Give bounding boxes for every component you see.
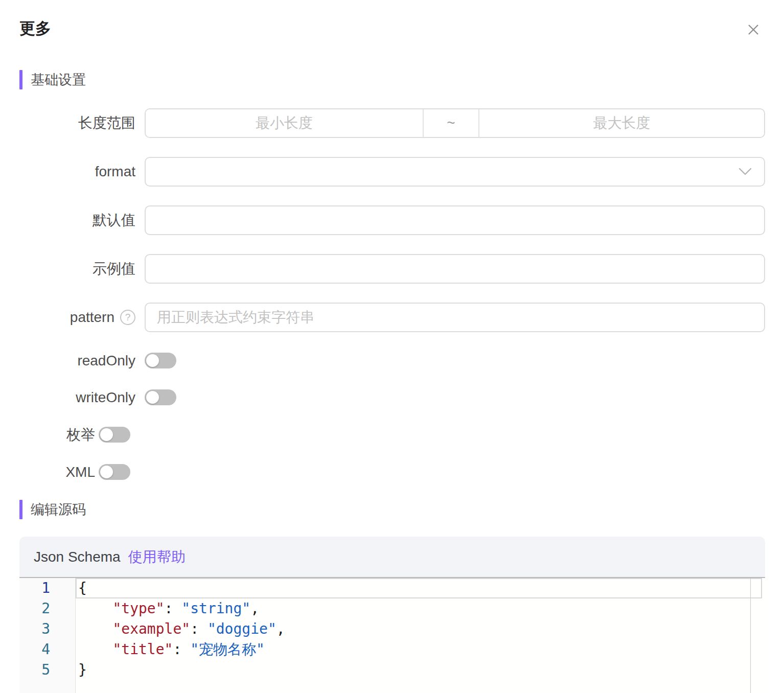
code-line-2: 2 "type": "string", <box>19 598 765 619</box>
code-token: : <box>165 600 182 617</box>
pattern-row: pattern ? <box>0 303 784 332</box>
length-range-label: 长度范围 <box>0 108 145 138</box>
code-token: "string" <box>181 600 250 617</box>
line-number: 4 <box>19 639 76 660</box>
readonly-toggle[interactable] <box>145 353 176 368</box>
more-settings-drawer: 更多 基础设置 长度范围 ~ format 默认值 <box>0 0 784 693</box>
editor-header: Json Schema 使用帮助 <box>19 537 765 577</box>
line-number: 3 <box>19 619 76 639</box>
format-label: format <box>0 157 145 187</box>
pattern-label-text: pattern <box>70 303 114 332</box>
example-value-input[interactable] <box>145 254 765 284</box>
line-number: 5 <box>19 660 76 680</box>
xml-row: XML <box>0 464 784 480</box>
xml-label: XML <box>0 464 99 480</box>
code-line-content: { <box>76 578 762 598</box>
code-token <box>78 641 112 658</box>
pattern-label: pattern ? <box>0 303 145 332</box>
default-value-row: 默认值 <box>0 205 784 235</box>
default-value-label: 默认值 <box>0 205 145 235</box>
section-accent-bar <box>19 500 22 519</box>
format-select[interactable] <box>145 157 765 187</box>
writeonly-row: writeOnly <box>0 389 784 405</box>
scrollbar-track[interactable] <box>750 578 751 693</box>
code-line-4: 4 "title": "宠物名称" <box>19 639 765 660</box>
code-token: : <box>190 620 207 637</box>
enum-row: 枚举 <box>0 427 784 443</box>
range-separator: ~ <box>423 109 479 137</box>
code-token: , <box>250 600 259 617</box>
section-basic-settings: 基础设置 <box>19 70 765 90</box>
code-line-content: } <box>76 660 765 680</box>
max-length-input[interactable] <box>479 109 764 137</box>
readonly-row: readOnly <box>0 353 784 368</box>
code-token: : <box>173 641 190 658</box>
code-line-content: "title": "宠物名称" <box>76 639 765 660</box>
gutter-background <box>19 680 76 693</box>
code-token: "type" <box>112 600 164 617</box>
line-number: 1 <box>19 578 76 598</box>
code-line-5: 5 } <box>19 660 765 680</box>
format-row: format <box>0 157 784 187</box>
example-value-label: 示例值 <box>0 254 145 284</box>
usage-help-link[interactable]: 使用帮助 <box>128 547 186 567</box>
code-token: , <box>276 620 285 637</box>
readonly-label: readOnly <box>0 353 145 368</box>
section-title: 基础设置 <box>31 71 86 89</box>
code-token: } <box>78 661 87 678</box>
code-token: "doggie" <box>207 620 276 637</box>
code-token: { <box>78 580 87 596</box>
enum-toggle[interactable] <box>99 427 130 443</box>
code-token <box>78 620 112 637</box>
drawer-header: 更多 <box>0 0 784 40</box>
xml-toggle[interactable] <box>99 464 130 480</box>
section-title: 编辑源码 <box>31 500 86 519</box>
code-line-content: "example": "doggie", <box>76 619 765 639</box>
help-circle-icon[interactable]: ? <box>120 310 135 325</box>
toggle-knob <box>146 391 159 404</box>
code-line-1: 1 { <box>19 578 765 598</box>
close-icon <box>746 22 761 37</box>
pattern-input[interactable] <box>145 303 765 332</box>
default-value-input[interactable] <box>145 205 765 235</box>
json-schema-panel: Json Schema 使用帮助 1 { 2 "type": "string",… <box>19 537 765 693</box>
example-value-row: 示例值 <box>0 254 784 284</box>
chevron-down-icon <box>739 168 752 176</box>
toggle-knob <box>100 466 113 478</box>
code-line-3: 3 "example": "doggie", <box>19 619 765 639</box>
min-length-input[interactable] <box>146 109 423 137</box>
code-token: "example" <box>112 620 190 637</box>
line-number: 2 <box>19 598 76 619</box>
editor-title: Json Schema <box>34 549 121 565</box>
code-line-content: "type": "string", <box>76 598 765 619</box>
code-editor[interactable]: 1 { 2 "type": "string", 3 "example": "do… <box>19 577 765 693</box>
code-token: "title" <box>112 641 173 658</box>
writeonly-toggle[interactable] <box>145 389 176 405</box>
code-token <box>78 600 112 617</box>
writeonly-label: writeOnly <box>0 389 145 405</box>
length-range-group: ~ <box>145 108 765 138</box>
close-button[interactable] <box>743 19 764 40</box>
toggle-knob <box>100 428 113 441</box>
section-edit-source: 编辑源码 <box>19 499 765 520</box>
section-accent-bar <box>19 70 22 89</box>
length-range-row: 长度范围 ~ <box>0 108 784 138</box>
enum-label: 枚举 <box>0 427 99 443</box>
page-title: 更多 <box>19 18 51 39</box>
toggle-knob <box>146 354 159 367</box>
code-token: "宠物名称" <box>190 641 265 658</box>
